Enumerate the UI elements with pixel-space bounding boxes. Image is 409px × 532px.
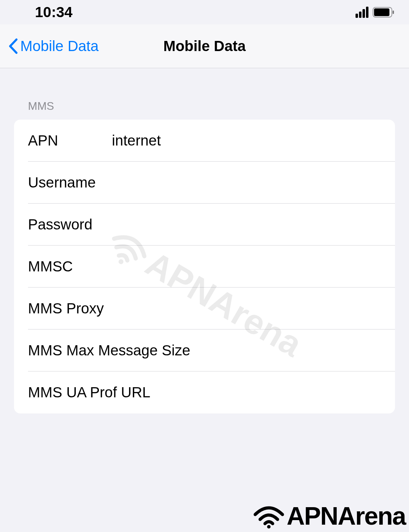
chevron-left-icon	[8, 38, 18, 54]
svg-rect-1	[374, 8, 389, 16]
svg-rect-2	[393, 10, 394, 14]
svg-point-4	[267, 525, 271, 529]
brand-logo: APNArena	[253, 502, 406, 530]
username-label: Username	[28, 174, 112, 191]
brand-text: APNArena	[287, 502, 406, 530]
mms-proxy-label: MMS Proxy	[28, 300, 112, 317]
back-label: Mobile Data	[20, 38, 99, 55]
password-label: Password	[28, 216, 112, 233]
status-icons	[356, 7, 395, 18]
mms-settings-group: APN internet Username Password MMSC MMS …	[14, 120, 395, 413]
section-header-mms: MMS	[14, 68, 395, 120]
page-title: Mobile Data	[163, 38, 246, 55]
content-area: MMS APN internet Username Password MMSC …	[0, 68, 409, 413]
apn-value[interactable]: internet	[112, 132, 381, 149]
apn-label: APN	[28, 132, 112, 149]
mms-ua-prof-row[interactable]: MMS UA Prof URL	[14, 371, 395, 413]
mms-ua-prof-label: MMS UA Prof URL	[28, 384, 150, 401]
mmsc-row[interactable]: MMSC	[14, 246, 395, 288]
status-bar: 10:34	[0, 0, 409, 24]
cellular-signal-icon	[356, 7, 368, 18]
status-time: 10:34	[35, 4, 72, 21]
apn-row[interactable]: APN internet	[14, 120, 395, 162]
mms-proxy-row[interactable]: MMS Proxy	[14, 288, 395, 329]
back-button[interactable]: Mobile Data	[8, 38, 99, 55]
wifi-icon	[253, 503, 285, 529]
mms-max-size-label: MMS Max Message Size	[28, 342, 190, 359]
battery-icon	[373, 7, 395, 17]
mmsc-label: MMSC	[28, 258, 112, 275]
username-row[interactable]: Username	[14, 162, 395, 204]
mms-max-size-row[interactable]: MMS Max Message Size	[14, 329, 395, 371]
password-row[interactable]: Password	[14, 204, 395, 246]
navigation-bar: Mobile Data Mobile Data	[0, 24, 409, 68]
